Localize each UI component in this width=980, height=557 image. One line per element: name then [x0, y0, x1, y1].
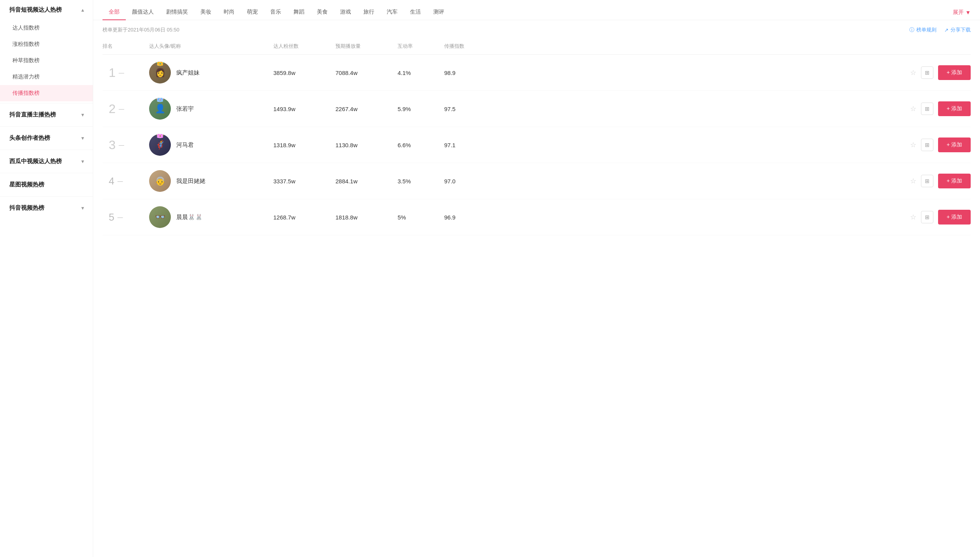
rank-number: 1	[109, 66, 116, 80]
rank-change: —	[117, 214, 123, 220]
sidebar-divider-3	[0, 150, 93, 150]
star-button[interactable]: ☆	[910, 104, 916, 113]
interaction-rate: 4.1%	[398, 70, 444, 76]
update-actions: ⓘ 榜单规则 ↗ 分享下载	[909, 26, 971, 33]
chevron-down-icon: ▼	[965, 9, 971, 16]
sidebar-divider-1	[0, 103, 93, 103]
sidebar-item-talent-index[interactable]: 达人指数榜	[0, 20, 93, 36]
sidebar-item-selected-potential[interactable]: 精选潜力榜	[0, 69, 93, 85]
header-spread: 传播指数	[444, 43, 499, 50]
spread-index: 98.9	[444, 70, 499, 76]
fans-count: 1318.9w	[273, 142, 335, 148]
add-button[interactable]: + 添加	[938, 174, 971, 188]
influencer-cell: 👑 👤 张若宇	[149, 98, 273, 120]
header-fans: 达人粉丝数	[273, 43, 335, 50]
sidebar-section-douyin-video-arrow: ▼	[80, 205, 85, 211]
avatar: 👵	[149, 170, 171, 192]
tab-music[interactable]: 音乐	[264, 5, 287, 20]
table-header: 排名 达人头像/昵称 达人粉丝数 预期播放量 互动率 传播指数	[103, 38, 971, 55]
tab-makeup[interactable]: 美妆	[194, 5, 217, 20]
tab-drama-funny[interactable]: 剧情搞笑	[160, 5, 194, 20]
influencer-name: 晨晨🐰🐰	[176, 214, 203, 221]
header-interaction: 互动率	[398, 43, 444, 50]
play-count: 2267.4w	[335, 106, 398, 112]
interaction-rate: 5.9%	[398, 106, 444, 112]
main-content: 全部 颜值达人 剧情搞笑 美妆 时尚 萌宠 音乐 舞蹈 美食 游戏 旅行 汽车 …	[93, 0, 980, 557]
share-link[interactable]: ↗ 分享下载	[944, 26, 971, 33]
tab-review[interactable]: 测评	[427, 5, 450, 20]
sidebar-divider-5	[0, 196, 93, 197]
interaction-rate: 5%	[398, 214, 444, 221]
avatar: 👑 👩	[149, 62, 171, 84]
avatar-emoji: 👓	[155, 212, 165, 222]
influencer-cell: 👑 👩 疯产姐妹	[149, 62, 273, 84]
star-button[interactable]: ☆	[910, 213, 916, 221]
tab-travel[interactable]: 旅行	[357, 5, 381, 20]
sidebar-section-xigua[interactable]: 西瓜中视频达人热榜 ▼	[0, 151, 93, 171]
sidebar-section-xingtoo[interactable]: 星图视频热榜	[0, 175, 93, 195]
influencer-name: 河马君	[176, 141, 194, 149]
influencer-cell: 👵 我是田姥姥	[149, 170, 273, 192]
sidebar-section-xingtoo-text: 星图视频热榜	[9, 181, 44, 188]
add-button[interactable]: + 添加	[938, 138, 971, 152]
detail-button[interactable]: ⊞	[921, 139, 933, 151]
rank-change: —	[117, 178, 123, 184]
influencer-cell: 👑 🦸 河马君	[149, 134, 273, 156]
add-button[interactable]: + 添加	[938, 65, 971, 80]
sidebar-item-spread-index[interactable]: 传播指数榜	[0, 85, 93, 101]
sidebar-item-grass-index[interactable]: 种草指数榜	[0, 52, 93, 69]
sidebar-item-fans-index[interactable]: 涨粉指数榜	[0, 36, 93, 52]
rank-change: —	[119, 106, 124, 112]
sidebar-section-arrow: ▲	[80, 7, 85, 13]
tab-expand-btn[interactable]: 展开 ▼	[953, 5, 971, 20]
fans-count: 1268.7w	[273, 214, 335, 221]
tab-food[interactable]: 美食	[311, 5, 334, 20]
row-actions: ☆ ⊞ + 添加	[499, 174, 971, 188]
star-button[interactable]: ☆	[910, 177, 916, 185]
tab-beauty-face[interactable]: 颜值达人	[126, 5, 160, 20]
avatar-emoji: 🦸	[155, 140, 165, 150]
content-area: 榜单更新于2021年05月06日 05:50 ⓘ 榜单规则 ↗ 分享下载 排名 …	[93, 20, 980, 557]
share-label: 分享下载	[950, 26, 971, 33]
play-count: 1130.8w	[335, 142, 398, 148]
detail-button[interactable]: ⊞	[921, 103, 933, 115]
table-row: 3 — 👑 🦸 河马君 1318.9w 1130.8w 6.6% 97.1 ☆ …	[103, 127, 971, 163]
tab-life[interactable]: 生活	[404, 5, 427, 20]
sidebar-section-douyin-video[interactable]: 抖音视频热榜 ▼	[0, 198, 93, 218]
rules-link[interactable]: ⓘ 榜单规则	[909, 26, 937, 33]
sidebar-section-toutiao[interactable]: 头条创作者热榜 ▼	[0, 128, 93, 148]
spread-index: 97.0	[444, 178, 499, 185]
influencer-name: 我是田姥姥	[176, 178, 205, 185]
sidebar-section-douyin-short[interactable]: 抖音短视频达人热榜 ▲	[0, 0, 93, 20]
header-rank: 排名	[103, 43, 149, 50]
sidebar-section-toutiao-text: 头条创作者热榜	[9, 134, 50, 142]
detail-button[interactable]: ⊞	[921, 211, 933, 223]
interaction-rate: 6.6%	[398, 142, 444, 148]
tab-cute-pet[interactable]: 萌宠	[241, 5, 264, 20]
play-count: 1818.8w	[335, 214, 398, 221]
detail-button[interactable]: ⊞	[921, 175, 933, 187]
add-button[interactable]: + 添加	[938, 210, 971, 225]
table-row: 4 — 👵 我是田姥姥 3337.5w 2884.1w 3.5% 97.0 ☆ …	[103, 163, 971, 199]
tab-all[interactable]: 全部	[103, 5, 126, 20]
star-button[interactable]: ☆	[910, 68, 916, 77]
sidebar-section-douyin-video-text: 抖音视频热榜	[9, 204, 44, 212]
sidebar-section-douyin-live[interactable]: 抖音直播主播热榜 ▼	[0, 105, 93, 125]
avatar-emoji: 👤	[155, 104, 165, 114]
add-button[interactable]: + 添加	[938, 101, 971, 116]
tab-expand-label: 展开	[953, 9, 964, 16]
avatar: 👑 👤	[149, 98, 171, 120]
table-row: 2 — 👑 👤 张若宇 1493.9w 2267.4w 5.9% 97.5 ☆ …	[103, 91, 971, 127]
influencer-cell: 👓 晨晨🐰🐰	[149, 206, 273, 228]
tab-dance[interactable]: 舞蹈	[287, 5, 311, 20]
header-play: 预期播放量	[335, 43, 398, 50]
star-button[interactable]: ☆	[910, 141, 916, 149]
spread-index: 97.5	[444, 106, 499, 112]
detail-button[interactable]: ⊞	[921, 66, 933, 79]
tab-car[interactable]: 汽车	[381, 5, 404, 20]
table-rows: 1 — 👑 👩 疯产姐妹 3859.8w 7088.4w 4.1% 98.9 ☆…	[103, 55, 971, 235]
avatar: 👓	[149, 206, 171, 228]
tab-game[interactable]: 游戏	[334, 5, 357, 20]
tab-fashion[interactable]: 时尚	[217, 5, 241, 20]
sidebar-section-live-text: 抖音直播主播热榜	[9, 111, 56, 118]
